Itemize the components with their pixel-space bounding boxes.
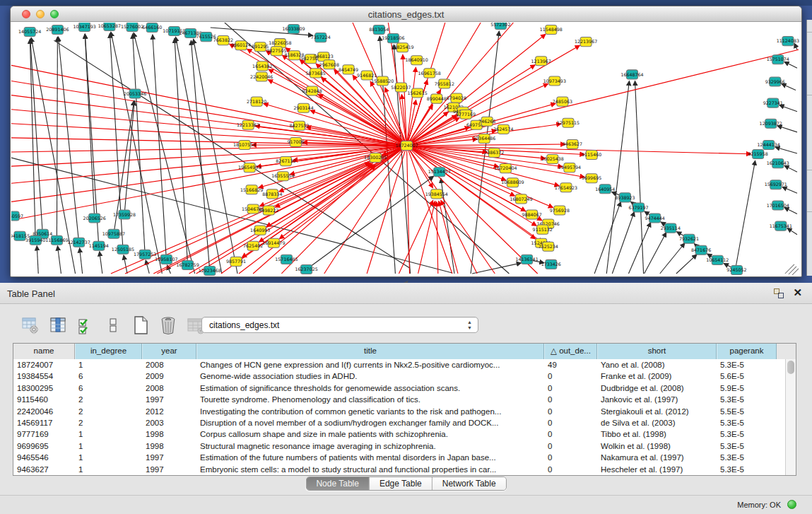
table-cell[interactable]: 2: [75, 417, 142, 428]
table-cell[interactable]: Investigating the contribution of common…: [196, 406, 544, 417]
table-row[interactable]: 946362711997Embryonic stem cells: a mode…: [13, 464, 785, 475]
table-cell[interactable]: 9699695: [13, 440, 75, 452]
table-cell[interactable]: 9465546: [13, 452, 75, 463]
table-panel-header[interactable]: Table Panel ✕: [0, 283, 812, 304]
table-cell[interactable]: 1997: [142, 464, 196, 475]
table-cell[interactable]: 6: [75, 370, 142, 382]
table-cell[interactable]: 1: [75, 359, 142, 370]
table-cell[interactable]: 0: [544, 440, 597, 452]
table-cell[interactable]: Franke et al. (2009): [597, 370, 717, 382]
table-cell[interactable]: 5.5E-5: [717, 406, 777, 417]
table-row[interactable]: 2242004622012Investigating the contribut…: [13, 406, 785, 417]
table-cell[interactable]: Changes of HCN gene expression and I(f) …: [196, 359, 544, 370]
table-cell[interactable]: 9115460: [13, 394, 75, 405]
table-cell[interactable]: 5.3E-5: [717, 464, 777, 475]
table-cell[interactable]: 5.3E-5: [717, 394, 777, 405]
table-cell[interactable]: 2008: [142, 382, 196, 394]
table-row[interactable]: 977716911998Corpus callosum shape and si…: [13, 428, 785, 440]
table-cell[interactable]: 5.3E-5: [717, 428, 777, 440]
table-cell[interactable]: 5.3E-5: [717, 452, 777, 463]
table-cell[interactable]: 0: [544, 428, 597, 440]
table-cell[interactable]: 2009: [142, 370, 196, 382]
table-cell[interactable]: 5.3E-5: [717, 359, 777, 370]
table-cell[interactable]: 0: [544, 452, 597, 463]
table-cell[interactable]: 0: [544, 464, 597, 475]
column-header-out_degree[interactable]: △ out_de...: [544, 344, 597, 359]
table-cell[interactable]: Yano et al. (2008): [597, 359, 717, 370]
table-cell[interactable]: 22420046: [13, 406, 75, 417]
table-cell[interactable]: 9463627: [13, 464, 75, 475]
table-row[interactable]: 1938455462009Genome-wide association stu…: [13, 370, 785, 382]
float-window-icon[interactable]: [774, 288, 784, 298]
table-scrollbar[interactable]: [785, 359, 796, 475]
node-table[interactable]: namein_degreeyeartitle△ out_de...shortpa…: [13, 343, 796, 476]
table-cell[interactable]: Stergiakouli et al. (2012): [597, 406, 717, 417]
table-options-icon[interactable]: [21, 316, 40, 334]
table-cell[interactable]: 5.3E-5: [717, 417, 777, 428]
window-titlebar[interactable]: citations_edges.txt: [11, 6, 801, 22]
memory-ok-indicator[interactable]: [787, 500, 796, 509]
table-cell[interactable]: Hescheler et al. (1997): [597, 464, 717, 475]
table-cell[interactable]: 9777169: [13, 428, 75, 440]
table-cell[interactable]: 2012: [142, 406, 196, 417]
table-cell[interactable]: 0: [544, 382, 597, 394]
table-cell[interactable]: 18724007: [13, 359, 75, 370]
table-cell[interactable]: Jankovic et al. (1997): [597, 394, 717, 405]
network-window[interactable]: citations_edges.txt 14055724208914061034…: [10, 6, 802, 277]
row-height-icon[interactable]: [104, 316, 122, 334]
table-cell[interactable]: 19384554: [13, 370, 75, 382]
new-column-icon[interactable]: [131, 316, 150, 334]
table-cell[interactable]: 14569117: [13, 417, 75, 428]
table-cell[interactable]: 0: [544, 394, 597, 405]
table-cell[interactable]: 1997: [142, 452, 196, 463]
tab-network-table[interactable]: Network Table: [433, 477, 506, 490]
table-row[interactable]: 969969511998Structural magnetic resonanc…: [13, 440, 785, 452]
table-cell[interactable]: 18300295: [13, 382, 75, 394]
table-cell[interactable]: Disruption of a novel member of a sodium…: [196, 417, 544, 428]
table-cell[interactable]: 2008: [142, 359, 196, 370]
table-cell[interactable]: 1998: [142, 440, 196, 452]
table-cell[interactable]: 1: [75, 440, 142, 452]
column-header-year[interactable]: year: [142, 344, 196, 359]
delete-column-icon[interactable]: [159, 316, 177, 334]
close-panel-icon[interactable]: ✕: [793, 286, 802, 299]
table-cell[interactable]: 0: [544, 406, 597, 417]
column-options-icon[interactable]: [49, 316, 67, 334]
table-cell[interactable]: 1: [75, 452, 142, 463]
table-cell[interactable]: 1: [75, 428, 142, 440]
table-select-combo[interactable]: citations_edges.txt ▲▼: [201, 317, 478, 333]
table-cell[interactable]: Tourette syndrome. Phenomenology and cla…: [196, 394, 544, 405]
table-cell[interactable]: 5.9E-5: [717, 382, 777, 394]
column-header-in_degree[interactable]: in_degree: [75, 344, 142, 359]
table-cell[interactable]: Structural magnetic resonance image aver…: [196, 440, 544, 452]
table-cell[interactable]: 1: [75, 464, 142, 475]
table-cell[interactable]: 5.3E-5: [717, 440, 777, 452]
table-cell[interactable]: Corpus callosum shape and size in male p…: [196, 428, 544, 440]
column-header-short[interactable]: short: [597, 344, 717, 359]
table-scrollbar-thumb[interactable]: [787, 361, 794, 374]
table-cell[interactable]: 0: [544, 417, 597, 428]
table-cell[interactable]: 2003: [142, 417, 196, 428]
table-cell[interactable]: Genome-wide association studies in ADHD.: [196, 370, 544, 382]
column-header-name[interactable]: name: [13, 344, 75, 359]
table-cell[interactable]: Estimation of the future numbers of pati…: [196, 452, 544, 463]
column-header-pagerank[interactable]: pagerank: [717, 344, 777, 359]
table-cell[interactable]: 5.6E-5: [717, 370, 777, 382]
table-cell[interactable]: Dudbridge et al. (2008): [597, 382, 717, 394]
table-cell[interactable]: Estimation of significance thresholds fo…: [196, 382, 544, 394]
column-header-title[interactable]: title: [196, 344, 544, 359]
select-rows-icon[interactable]: [76, 316, 95, 334]
table-cell[interactable]: 49: [544, 359, 597, 370]
table-cell[interactable]: Wolkin et al. (1998): [597, 440, 717, 452]
network-canvas[interactable]: 1405572420891406103471931065328715276002…: [11, 23, 801, 276]
table-cell[interactable]: 6: [75, 382, 142, 394]
table-cell[interactable]: Nakamura et al. (1997): [597, 452, 717, 463]
table-cell[interactable]: 0: [544, 370, 597, 382]
table-cell[interactable]: 1998: [142, 428, 196, 440]
table-cell[interactable]: 2: [75, 406, 142, 417]
tab-node-table[interactable]: Node Table: [306, 477, 370, 490]
table-cell[interactable]: Embryonic stem cells: a model to study s…: [196, 464, 544, 475]
table-row[interactable]: 911546021997Tourette syndrome. Phenomeno…: [13, 394, 785, 405]
table-cell[interactable]: de Silva et al. (2003): [597, 417, 717, 428]
table-cell[interactable]: Tibbo et al. (1998): [597, 428, 717, 440]
